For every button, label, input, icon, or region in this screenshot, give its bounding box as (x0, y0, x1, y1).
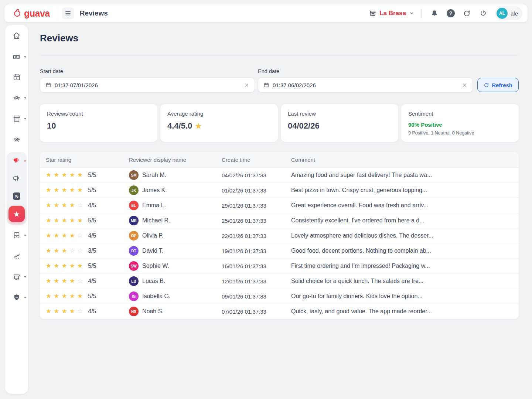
star-rating-label: 5/5 (88, 172, 96, 178)
sentiment-card: Sentiment 90% Positive 9 Positive, 1 Neu… (401, 104, 519, 142)
bell-icon[interactable] (427, 6, 441, 20)
sidebar-item-storage[interactable]: ▾ (8, 228, 25, 243)
sidebar-item-customers[interactable]: ▾ (8, 91, 25, 105)
reviewer-name: Michael R. (142, 217, 170, 224)
star-rating: ★★★★★ (46, 217, 85, 224)
end-date-input[interactable]: 01:37 06/02/2026 (258, 78, 473, 92)
star-filled-icon: ★ (69, 172, 75, 178)
star-filled-icon: ★ (62, 248, 67, 254)
star-rating: ★★★★☆ (46, 278, 85, 284)
topbar-title: Reviews (80, 9, 108, 17)
last-review-value: 04/02/26 (288, 121, 391, 131)
sentiment-headline: 90% Positive (408, 122, 512, 128)
end-date-value: 01:37 06/02/2026 (273, 82, 458, 88)
star-filled-icon: ★ (54, 172, 59, 178)
star-filled-icon: ★ (69, 187, 75, 194)
star-rating: ★★★★☆ (46, 202, 85, 209)
star-filled-icon: ★ (54, 202, 59, 209)
star-filled-icon: ★ (46, 278, 51, 284)
refresh-button-label: Refresh (492, 82, 512, 88)
venue-icon (13, 115, 21, 123)
star-rating: ★★★★★ (46, 172, 85, 178)
column-header-create-time: Create time (216, 157, 285, 163)
star-filled-icon: ★ (69, 217, 75, 224)
reviews-count-label: Reviews count (47, 110, 150, 117)
review-create-time: 22/01/26 01:37:33 (216, 233, 285, 239)
sidebar-item-analytics[interactable] (8, 249, 25, 263)
customers-icon (13, 94, 21, 102)
announcement-icon (13, 174, 21, 183)
star-icon: ★ (13, 210, 20, 218)
star-filled-icon: ★ (69, 263, 75, 269)
shield-icon (13, 294, 20, 301)
reviewer-avatar: EL (129, 201, 139, 210)
star-filled-icon: ★ (69, 308, 75, 315)
table-row[interactable]: ★★★★★ 5/5 JK James K. 01/02/26 01:37:33 … (40, 183, 519, 198)
stats-row: Reviews count 10 Average rating 4.4/5.0 … (40, 104, 519, 142)
star-rating: ★★★★☆ (46, 308, 85, 315)
star-rating: ★★★★★ (46, 263, 85, 269)
restaurant-selector[interactable]: La Brasa (367, 10, 416, 17)
star-rating: ★★★☆☆ (46, 248, 85, 254)
sidebar-item-venue[interactable]: ▾ (8, 111, 25, 126)
table-row[interactable]: ★★★★★ 5/5 IG Isabella G. 09/01/26 01:37:… (40, 289, 519, 304)
caret-down-icon: ▾ (24, 55, 26, 59)
clear-start-date-icon[interactable] (244, 82, 249, 88)
star-filled-icon: ★ (62, 308, 67, 315)
table-row[interactable]: ★★★★★ 5/5 MR Michael R. 25/01/26 01:37:3… (40, 213, 519, 228)
review-comment: Lovely atmosphere and delicious dishes. … (285, 232, 519, 239)
table-row[interactable]: ★★★★☆ 4/5 EL Emma L. 29/01/26 01:37:33 G… (40, 198, 519, 213)
review-create-time: 07/01/26 01:37:33 (216, 308, 285, 315)
star-filled-icon: ★ (69, 202, 75, 209)
sidebar-item-home[interactable] (8, 28, 25, 43)
clear-end-date-icon[interactable] (462, 82, 467, 88)
store-icon (369, 10, 376, 17)
star-filled-icon: ★ (62, 187, 67, 194)
star-empty-icon: ☆ (77, 202, 83, 209)
sidebar-item-calendar[interactable] (8, 70, 25, 85)
review-create-time: 01/02/26 01:37:33 (216, 187, 285, 194)
sidebar-item-discounts[interactable]: % (8, 189, 25, 204)
reviewer-avatar: SM (129, 170, 139, 180)
sidebar-item-marketing[interactable]: ▴ (8, 153, 25, 168)
help-icon[interactable]: ? (444, 6, 458, 20)
restaurant-name: La Brasa (379, 10, 406, 17)
review-create-time: 04/02/26 01:37:33 (216, 172, 285, 178)
reviewer-name: Emma L. (142, 202, 166, 209)
brand-logo[interactable]: guava (10, 8, 52, 19)
sidebar-item-announcements[interactable] (8, 171, 25, 186)
star-filled-icon: ★ (54, 232, 59, 239)
cabinet-icon (13, 231, 21, 239)
reviewer-name: Sophie W. (142, 263, 169, 269)
table-row[interactable]: ★★★★☆ 4/5 OP Olivia P. 22/01/26 01:37:33… (40, 228, 519, 243)
menu-icon[interactable] (62, 7, 74, 19)
table-row[interactable]: ★★★★☆ 4/5 NS Noah S. 07/01/26 01:37:33 Q… (40, 304, 519, 319)
table-row[interactable]: ★★★★★ 5/5 SM Sarah M. 04/02/26 01:37:33 … (40, 168, 519, 183)
reviews-count-card: Reviews count 10 (40, 104, 157, 142)
star-rating-label: 5/5 (88, 293, 96, 300)
star-rating: ★★★★★ (46, 293, 85, 300)
refresh-button[interactable]: Refresh (477, 78, 519, 92)
review-create-time: 12/01/26 01:37:33 (216, 278, 285, 284)
start-date-input[interactable]: 01:37 07/01/2026 (40, 78, 255, 92)
sync-icon[interactable] (460, 6, 474, 20)
filters-row: Start date 01:37 07/01/2026 End date (40, 68, 519, 92)
review-create-time: 29/01/26 01:37:33 (216, 202, 285, 209)
star-filled-icon: ★ (62, 172, 67, 178)
last-review-card: Last review 04/02/26 (281, 104, 398, 142)
sidebar-item-reviews[interactable]: ★ (8, 206, 25, 222)
table-row[interactable]: ★★★★★ 5/5 SW Sophie W. 16/01/26 01:37:33… (40, 259, 519, 274)
sidebar-item-pos-store[interactable]: ▾ (8, 269, 25, 284)
star-rating: ★★★★☆ (46, 232, 85, 239)
star-filled-icon: ★ (46, 217, 51, 224)
sidebar-item-staff[interactable] (8, 132, 25, 147)
table-row[interactable]: ★★★★☆ 4/5 LB Lucas B. 12/01/26 01:37:33 … (40, 274, 519, 289)
sidebar-item-security[interactable]: ▾ (8, 290, 25, 305)
user-menu[interactable]: AL ale (495, 6, 522, 20)
table-row[interactable]: ★★★☆☆ 3/5 DT David T. 19/01/26 01:37:33 … (40, 243, 519, 259)
power-icon[interactable] (476, 6, 490, 20)
star-filled-icon: ★ (69, 278, 75, 284)
sidebar-item-payments[interactable]: ▾ (8, 50, 25, 64)
last-review-label: Last review (288, 110, 391, 117)
star-empty-icon: ☆ (69, 248, 75, 254)
